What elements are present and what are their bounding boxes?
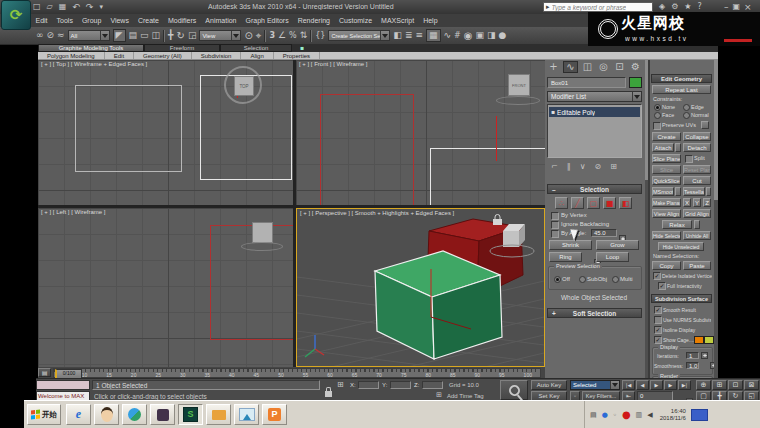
close-button[interactable]: ×	[744, 3, 752, 12]
by-angle-field[interactable]: 45.0	[591, 229, 617, 237]
graphite-ribbon-toggle-icon[interactable]: ▦	[426, 29, 441, 42]
dropdown-arrow-icon[interactable]	[380, 31, 389, 40]
selection-rollout-header[interactable]: – Selection	[547, 184, 642, 194]
named-selection-sets-dropdown[interactable]: Create Selection Set	[328, 30, 390, 41]
time-slider-handle[interactable]: 0/100	[55, 369, 82, 379]
menu-item[interactable]: Create	[133, 17, 163, 24]
menu-item[interactable]: Rendering	[293, 17, 334, 24]
add-time-tag-label[interactable]: Add Time Tag	[447, 393, 484, 400]
menu-item[interactable]: Edit	[31, 17, 52, 24]
viewport-left-label[interactable]: [ + ] [ Left ] [ Wireframe ]	[41, 209, 106, 215]
remove-modifier-icon[interactable]: ⊘	[595, 163, 602, 171]
preserve-uvs-settings-button[interactable]	[701, 121, 709, 129]
x-field[interactable]	[358, 381, 379, 389]
green-box-selected[interactable]	[375, 251, 502, 359]
show-cage-checkbox[interactable]	[654, 336, 662, 344]
stack-item-editable-poly[interactable]: ▪ Editable Poly	[549, 107, 640, 117]
make-planar-button[interactable]: Make Planar	[652, 198, 681, 207]
taskbar-globe-app-button[interactable]	[122, 404, 147, 425]
viewport-front[interactable]: [ + ] [ Front ] [ Wireframe ] FRONT	[296, 60, 545, 205]
menu-item[interactable]: Group	[77, 17, 105, 24]
select-link-icon[interactable]: ∞	[36, 31, 44, 40]
tab-utilities-icon[interactable]: ⚙	[629, 62, 642, 72]
planar-x-button[interactable]: X	[683, 198, 691, 207]
taskbar-3dsmax-button[interactable]: S	[178, 404, 203, 425]
new-file-icon[interactable]: □	[33, 3, 41, 11]
ignore-backfacing-checkbox[interactable]	[551, 221, 559, 229]
menu-item[interactable]: Help	[419, 17, 442, 24]
menu-item[interactable]: MAXScript	[377, 17, 419, 24]
viewport-front-label[interactable]: [ + ] [ Front ] [ Wireframe ]	[299, 61, 368, 67]
minimize-button[interactable]: –	[724, 3, 729, 12]
smooth-result-checkbox[interactable]	[654, 306, 662, 314]
redo-icon[interactable]: ↷	[86, 3, 94, 12]
preview-off-radio[interactable]	[554, 276, 561, 283]
stack-visibility-icon[interactable]: ▪	[549, 109, 557, 115]
object-color-swatch[interactable]	[629, 77, 642, 88]
soft-selection-rollout-header[interactable]: + Soft Selection	[547, 308, 642, 318]
ribbon-panel-label[interactable]: Align	[241, 52, 273, 59]
align-icon[interactable]: ≣	[405, 31, 413, 40]
tessellate-button[interactable]: Tessellate	[683, 187, 705, 196]
ring-button[interactable]: Ring	[549, 252, 582, 262]
full-interactivity-checkbox[interactable]	[658, 282, 666, 290]
shrink-button[interactable]: Shrink	[549, 240, 592, 250]
tray-printer-icon[interactable]: ▥	[636, 412, 643, 419]
edit-named-sets-icon[interactable]: {}	[315, 32, 325, 40]
preview-subobj-radio[interactable]	[579, 276, 586, 283]
select-scale-icon[interactable]: ◲	[188, 31, 197, 40]
isoline-display-checkbox[interactable]	[654, 326, 662, 334]
iterations-field[interactable]: 1	[686, 352, 699, 359]
viewcube-front[interactable]: FRONT	[508, 74, 530, 96]
rendered-frame-window-icon[interactable]: ◨	[487, 31, 496, 40]
grow-button[interactable]: Grow	[596, 240, 639, 250]
hide-selected-button[interactable]: Hide Selected	[652, 231, 681, 240]
ribbon-tab-freeform[interactable]: Freeform	[144, 44, 220, 52]
language-indicator-icon[interactable]	[691, 409, 708, 421]
wireframe-red-box-top[interactable]	[75, 85, 182, 172]
use-nurms-checkbox[interactable]	[654, 316, 662, 324]
reset-plane-button[interactable]: Reset Plane	[683, 165, 711, 174]
break-link-icon[interactable]: ⊘	[47, 31, 55, 40]
pin-stack-icon[interactable]: ⌐	[551, 163, 558, 171]
scrollbar-thumb[interactable]	[714, 60, 718, 200]
iterations-spinner[interactable]	[701, 352, 708, 359]
edit-geometry-rollout-header[interactable]: Edit Geometry	[651, 74, 712, 83]
collapse-button[interactable]: Collapse	[683, 132, 711, 141]
zoom-all-icon[interactable]: ⊞	[712, 380, 727, 390]
record-indicator-icon[interactable]: ●	[622, 410, 631, 420]
taskbar-powerpoint-button[interactable]: P	[262, 404, 287, 425]
favorites-icon[interactable]: ★	[684, 3, 691, 11]
subscription-center-icon[interactable]: ⚙	[671, 3, 678, 11]
selection-filter-dropdown[interactable]: All	[68, 30, 110, 41]
modifier-list-dropdown[interactable]: Modifier List	[547, 91, 642, 102]
tray-app-icon[interactable]: ▤	[590, 412, 597, 419]
next-frame-button[interactable]: ▶	[664, 380, 677, 390]
preview-multi-radio[interactable]	[612, 276, 619, 283]
viewcube-left[interactable]	[252, 222, 273, 243]
cut-button[interactable]: Cut	[683, 176, 711, 185]
viewport-top[interactable]: [ + ] [ Top ] [ Wireframe + Edged Faces …	[38, 60, 293, 205]
search-input[interactable]: ▸ Type a keyword or phrase	[543, 2, 653, 12]
grid-align-button[interactable]: Grid Align	[683, 209, 711, 218]
quick-access-dropdown-icon[interactable]: ▾	[99, 4, 103, 11]
render-production-icon[interactable]: ●	[499, 31, 507, 40]
taskbar-recorder-button[interactable]	[206, 404, 231, 425]
play-button[interactable]: ▶	[650, 380, 663, 390]
vertex-subobject-icon[interactable]: ∴	[555, 197, 568, 209]
rectangular-region-icon[interactable]: ▭	[140, 31, 149, 40]
tab-modify-icon[interactable]: ∿	[563, 61, 578, 73]
command-panel-scrollbar-right[interactable]	[714, 60, 718, 378]
ribbon-panel-label[interactable]: Edit	[105, 52, 134, 59]
repeat-last-button[interactable]: Repeat Last	[652, 85, 711, 94]
unhide-all-button[interactable]: Unhide All	[683, 231, 711, 240]
menu-item[interactable]: Tools	[52, 17, 77, 24]
viewport-perspective-label[interactable]: [ + ] [ Perspective ] [ Smooth + Highlig…	[300, 210, 454, 216]
configure-modifier-sets-icon[interactable]: ⊞	[610, 163, 617, 171]
use-pivot-center-icon[interactable]: ⊙	[244, 31, 252, 41]
select-move-icon[interactable]: ╋	[168, 31, 173, 40]
create-button[interactable]: Create	[652, 132, 681, 141]
smoothness-field[interactable]: 1.0	[686, 362, 699, 369]
dropdown-arrow-icon[interactable]	[632, 92, 641, 101]
tab-display-icon[interactable]: ⊡	[613, 62, 626, 72]
